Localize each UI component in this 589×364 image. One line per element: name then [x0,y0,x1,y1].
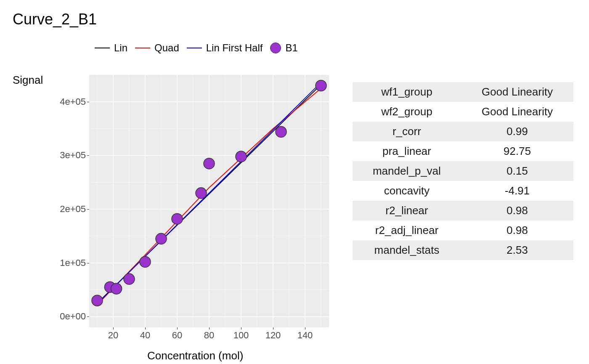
legend-swatch-lin [95,48,110,48]
stats-row: pra_linear92.75 [353,141,573,161]
stats-row: r_corr0.99 [353,122,573,141]
plot-area: 0e+001e+052e+053e+054e+05 20406080100120… [56,75,329,344]
x-axis-label: Concentration (mol) [147,349,243,362]
svg-point-27 [124,274,135,284]
svg-point-29 [156,233,167,244]
stats-label: r_corr [353,122,461,141]
stats-value: 0.98 [461,201,573,221]
stats-label: wf1_group [353,82,461,102]
y-tick-label: 3e+05 [60,150,86,161]
stats-row: mandel_stats2.53 [353,240,573,260]
stats-label: wf2_group [353,102,461,122]
x-tick-label: 60 [172,330,182,341]
stats-value: Good Linearity [461,102,573,122]
stats-label: r2_adj_linear [353,221,461,240]
svg-point-28 [140,256,151,267]
stats-label: concavity [353,181,461,201]
svg-point-35 [316,80,326,91]
legend-item-lin: Lin [95,42,127,54]
x-tick-label: 40 [140,330,150,341]
stats-row: mandel_p_val0.15 [353,161,573,181]
stats-row: r2_linear0.98 [353,201,573,221]
svg-point-34 [276,126,287,137]
stats-label: r2_linear [353,201,461,221]
x-tick-label: 80 [204,330,214,341]
plot-panel [89,75,329,327]
legend: Lin Quad Lin First Half B1 [95,42,298,54]
svg-point-24 [92,295,103,306]
stats-label: mandel_stats [353,240,461,260]
plot-svg [89,75,329,327]
svg-point-31 [196,188,207,199]
stats-row: concavity-4.91 [353,181,573,201]
stats-label: pra_linear [353,141,461,161]
svg-point-30 [172,213,183,224]
stats-value: Good Linearity [461,82,573,102]
legend-item-linfh: Lin First Half [187,42,263,54]
legend-swatch-b1 [270,43,281,53]
y-tick-label: 0e+00 [60,311,86,322]
stats-row: wf2_groupGood Linearity [353,102,573,122]
svg-point-33 [236,151,247,162]
stats-value: 0.98 [461,221,573,240]
y-tick-label: 4e+05 [60,96,86,107]
y-tick-label: 2e+05 [60,204,86,215]
y-axis-label: Signal [13,74,43,87]
y-tick-label: 1e+05 [60,258,86,268]
stats-value: 2.53 [461,240,573,260]
x-tick-label: 20 [108,330,118,341]
stats-table-wrap: wf1_groupGood Linearitywf2_groupGood Lin… [353,82,573,260]
x-tick-label: 140 [297,330,313,341]
page-title: Curve_2_B1 [13,11,97,28]
legend-label-linfh: Lin First Half [206,42,263,54]
stats-value: 0.15 [461,161,573,181]
stats-value: 92.75 [461,141,573,161]
stats-value: -4.91 [461,181,573,201]
stats-table: wf1_groupGood Linearitywf2_groupGood Lin… [353,82,573,260]
stats-label: mandel_p_val [353,161,461,181]
svg-point-26 [111,283,122,294]
legend-label-b1: B1 [285,42,297,54]
legend-swatch-quad [135,48,150,48]
svg-point-32 [204,158,215,169]
x-tick-label: 120 [265,330,281,341]
legend-item-quad: Quad [135,42,179,54]
legend-label-quad: Quad [154,42,179,54]
stats-value: 0.99 [461,122,573,141]
legend-swatch-linfh [187,48,202,48]
legend-label-lin: Lin [114,42,127,54]
legend-item-b1: B1 [270,42,297,54]
stats-row: r2_adj_linear0.98 [353,221,573,240]
stats-row: wf1_groupGood Linearity [353,82,573,102]
x-tick-label: 100 [233,330,249,341]
